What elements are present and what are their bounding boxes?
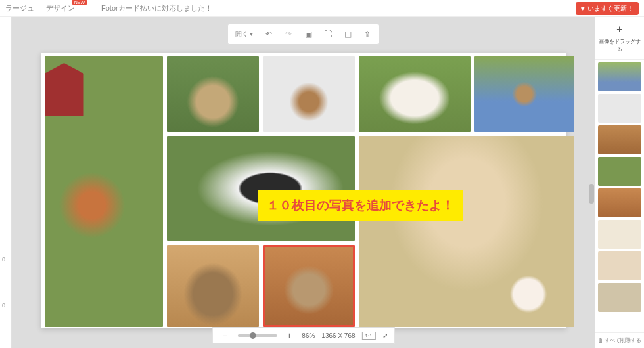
thumbnail[interactable] xyxy=(598,94,641,123)
scrollbar-handle[interactable] xyxy=(589,184,594,204)
left-rail-value-2: 0 xyxy=(2,256,5,263)
zoom-in-button[interactable]: + xyxy=(283,330,295,341)
collage-cell-7[interactable] xyxy=(359,136,574,327)
update-button[interactable]: ♥ いますぐ更新！ xyxy=(576,2,639,15)
zoom-out-button[interactable]: − xyxy=(219,330,231,341)
redo-button[interactable]: ↷ xyxy=(279,26,298,42)
ratio-button[interactable]: 1:1 xyxy=(362,332,376,340)
collage-cell-5[interactable] xyxy=(474,56,574,132)
collage-cell-3[interactable] xyxy=(263,56,355,132)
delete-all-button[interactable]: 🗑 すべて削除する xyxy=(595,332,644,348)
canvas-toolbar: 開く ▾ ↶ ↷ ▣ ⛶ ◫ ⇪ xyxy=(227,24,380,45)
left-rail: 0 0 xyxy=(0,17,12,348)
thumbnail[interactable] xyxy=(598,283,641,312)
zoom-percent: 86% xyxy=(302,332,315,339)
thumbnail[interactable] xyxy=(598,157,641,186)
trash-icon: 🗑 xyxy=(598,337,603,343)
save-icon[interactable]: ◫ xyxy=(338,26,357,42)
zoom-bar: − + 86% 1366 X 768 1:1 ⤢ xyxy=(212,327,394,344)
plus-icon: + xyxy=(597,24,643,35)
collage-cell-1[interactable] xyxy=(45,56,163,327)
thumbnail[interactable] xyxy=(598,251,641,280)
drag-hint-label: 画像をドラッグする xyxy=(599,39,641,52)
right-panel: + 画像をドラッグする 🗑 すべて削除する xyxy=(595,17,644,348)
left-rail-value-1: 0 xyxy=(2,302,5,309)
collage-cell-4[interactable] xyxy=(359,56,471,132)
thumbnail[interactable] xyxy=(598,220,641,249)
canvas-dimensions: 1366 X 768 xyxy=(321,332,355,339)
thumbnail-list xyxy=(595,60,644,332)
collage-cell-2[interactable] xyxy=(167,56,259,132)
nav-collage[interactable]: ラージュ xyxy=(5,3,34,13)
undo-button[interactable]: ↶ xyxy=(260,26,278,42)
annotation-overlay: １０枚目の写真を追加できたよ！ xyxy=(258,190,463,221)
thumbnail[interactable] xyxy=(598,188,641,217)
collage-cell-9-highlighted[interactable] xyxy=(263,245,355,327)
nav-design-label: デザイン xyxy=(46,4,75,12)
delete-all-label: すべて削除する xyxy=(605,337,641,343)
collage-cell-6[interactable] xyxy=(167,136,355,241)
open-button[interactable]: 開く ▾ xyxy=(230,26,259,42)
zoom-slider[interactable] xyxy=(237,334,277,337)
nav-design[interactable]: デザイン NEW xyxy=(46,3,75,13)
canvas[interactable]: １０枚目の写真を追加できたよ！ xyxy=(41,53,566,328)
update-button-label: いますぐ更新！ xyxy=(587,4,633,13)
collage-cell-8[interactable] xyxy=(167,245,259,327)
new-badge: NEW xyxy=(72,0,87,5)
image-icon[interactable]: ▣ xyxy=(299,26,317,42)
thumbnail[interactable] xyxy=(598,125,641,154)
header-notice: Fotorカード払いに対応しました！ xyxy=(101,3,212,13)
expand-icon[interactable]: ⤢ xyxy=(382,332,388,339)
crop-icon[interactable]: ⛶ xyxy=(319,26,337,42)
heart-icon: ♥ xyxy=(581,5,585,12)
thumbnail[interactable] xyxy=(598,62,641,91)
add-image-hint[interactable]: + 画像をドラッグする xyxy=(595,17,644,60)
share-icon[interactable]: ⇪ xyxy=(358,26,377,42)
